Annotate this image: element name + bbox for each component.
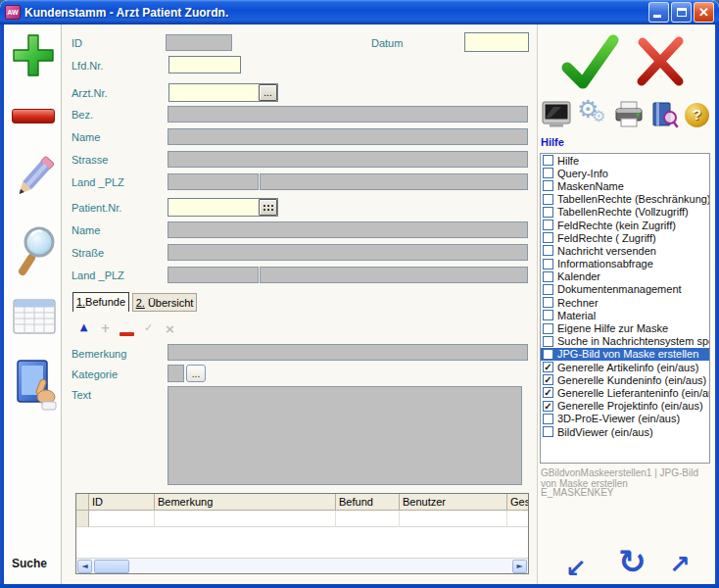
confirm-button[interactable]	[559, 30, 620, 97]
arzt-land-field[interactable]	[168, 173, 259, 190]
help-option[interactable]: Generelle Artikelinfo (ein/aus)	[541, 361, 709, 373]
help-option[interactable]: Eigene Hilfe zur Maske	[541, 321, 709, 334]
window-border-right	[715, 24, 719, 588]
checkbox-icon[interactable]	[543, 180, 553, 191]
checkbox-icon[interactable]	[543, 284, 553, 295]
screenshot-button[interactable]	[542, 101, 571, 132]
help-option[interactable]: BildViewer (ein/aus)	[541, 425, 709, 438]
delete-record-button[interactable]	[12, 109, 55, 123]
checkbox-icon[interactable]	[543, 349, 553, 360]
help-option[interactable]: Nachricht versenden	[541, 244, 709, 257]
settings-button[interactable]: ⚙⚙	[577, 99, 608, 128]
document-search-button[interactable]	[649, 101, 679, 132]
arzt-plz-field[interactable]	[260, 173, 528, 190]
help-option[interactable]: Query-Info	[541, 167, 709, 179]
insert-record-icon[interactable]: +	[98, 321, 113, 340]
minimize-button[interactable]	[648, 2, 669, 23]
kategorie-field[interactable]	[168, 365, 184, 382]
maximize-button[interactable]	[671, 2, 692, 23]
help-button[interactable]: ?	[685, 103, 709, 127]
edit-record-button[interactable]	[11, 148, 58, 213]
help-option[interactable]: Suche in Nachrichtensystem speich	[541, 335, 709, 348]
help-option[interactable]: FeldRechte (kein Zugriff)	[541, 219, 709, 231]
checkbox-icon[interactable]	[543, 414, 553, 424]
help-option[interactable]: TabellenRechte (Vollzugriff)	[541, 206, 709, 219]
patient-nr-browse-button[interactable]	[259, 199, 277, 216]
datum-field[interactable]	[464, 32, 529, 52]
scroll-right-button[interactable]: ►	[512, 560, 527, 573]
patient-strasse-field[interactable]	[168, 244, 528, 261]
lfd-nr-field[interactable]	[168, 56, 241, 74]
cancel-button[interactable]	[632, 32, 689, 93]
checkbox-icon[interactable]	[543, 194, 553, 205]
first-record-icon[interactable]: ▲	[76, 321, 91, 340]
grid-horizontal-scrollbar[interactable]: ◄ ►	[76, 558, 528, 573]
checkbox-icon[interactable]	[543, 387, 553, 398]
checkbox-icon[interactable]	[543, 220, 553, 230]
help-option[interactable]: 3D-ProE-Viewer (ein/aus)	[541, 413, 709, 425]
checkbox-icon[interactable]	[543, 155, 553, 166]
help-option-label: Nachricht versenden	[557, 245, 656, 257]
search-record-button[interactable]	[11, 220, 60, 287]
id-field[interactable]	[166, 34, 232, 51]
help-option[interactable]: Informationsabfrage	[541, 258, 709, 270]
grid-data-row[interactable]	[76, 511, 528, 527]
patient-plz-field[interactable]	[260, 267, 528, 283]
checkbox-icon[interactable]	[543, 245, 553, 256]
delete-record-icon[interactable]	[120, 321, 134, 340]
help-option[interactable]: Generelle Kundeninfo (ein/aus)	[541, 373, 709, 386]
column-header: Benutzer	[400, 494, 507, 511]
checkbox-icon[interactable]	[543, 259, 553, 270]
text-field[interactable]	[168, 386, 522, 485]
checkbox-icon[interactable]	[543, 374, 553, 385]
checkbox-icon[interactable]	[543, 323, 553, 334]
tab-uebersicht[interactable]: 2. Übersicht	[132, 293, 197, 312]
lfd-nr-label: Lfd.Nr.	[72, 60, 103, 72]
checkbox-icon[interactable]	[543, 271, 553, 282]
checkbox-icon[interactable]	[543, 362, 553, 372]
help-option[interactable]: MaskenName	[541, 179, 709, 192]
help-option[interactable]: Rechner	[541, 296, 709, 309]
arzt-nr-browse-button[interactable]: ...	[259, 84, 277, 101]
forward-arrow-icon[interactable]: ↗	[669, 550, 691, 579]
arzt-strasse-field[interactable]	[168, 151, 528, 168]
checkbox-icon[interactable]	[543, 297, 553, 308]
befunde-grid[interactable]: IDBemerkungBefundBenutzerGes ◄ ►	[75, 493, 529, 574]
back-arrow-icon[interactable]: ↙	[565, 554, 587, 583]
bemerkung-field[interactable]	[168, 344, 528, 361]
add-record-button[interactable]	[11, 32, 56, 85]
help-option[interactable]: JPG-Bild von Maske erstellen	[541, 348, 709, 361]
checkbox-icon[interactable]	[543, 232, 553, 243]
arzt-name-field[interactable]	[168, 128, 528, 145]
help-option[interactable]: Generelle Projektinfo (ein/aus)	[541, 400, 709, 413]
checkbox-icon[interactable]	[543, 310, 553, 320]
help-option[interactable]: Kalender	[541, 270, 709, 283]
close-button[interactable]: ✕	[694, 2, 714, 23]
checkbox-icon[interactable]	[543, 336, 553, 347]
checkbox-icon[interactable]	[543, 168, 553, 178]
patient-land-field[interactable]	[168, 267, 259, 283]
tab-befunde[interactable]: 1.Befunde	[72, 292, 129, 312]
cancel-record-icon[interactable]: ×	[163, 321, 177, 340]
toolbar-sidebar: Suche	[4, 24, 62, 584]
select-screen-button[interactable]	[11, 358, 58, 416]
help-option[interactable]: Generelle Lieferanteninfo (ein/aus)	[541, 386, 709, 399]
scroll-left-button[interactable]: ◄	[77, 560, 92, 573]
scroll-thumb[interactable]	[94, 560, 129, 573]
help-option[interactable]: Material	[541, 309, 709, 321]
help-option[interactable]: Hilfe	[541, 154, 709, 167]
bez-field[interactable]	[168, 106, 528, 122]
help-option[interactable]: TabellenRechte (Beschränkung)	[541, 193, 709, 206]
patient-name-field[interactable]	[168, 221, 528, 238]
refresh-arrow-icon[interactable]: ↻	[618, 542, 647, 581]
post-record-icon[interactable]: ✓	[141, 321, 156, 340]
checkbox-icon[interactable]	[543, 426, 553, 437]
checkbox-icon[interactable]	[543, 207, 553, 218]
kategorie-browse-button[interactable]: ...	[186, 365, 206, 382]
print-button[interactable]	[614, 101, 644, 132]
help-option[interactable]: Dokumentenmanagement	[541, 283, 709, 296]
checkbox-icon[interactable]	[543, 401, 553, 412]
list-view-button[interactable]	[13, 297, 56, 342]
help-option[interactable]: FeldRechte ( Zugriff)	[541, 231, 709, 244]
titlebar: AW Kundenstamm - Arzt Patient Zuordn. ✕	[0, 0, 719, 24]
